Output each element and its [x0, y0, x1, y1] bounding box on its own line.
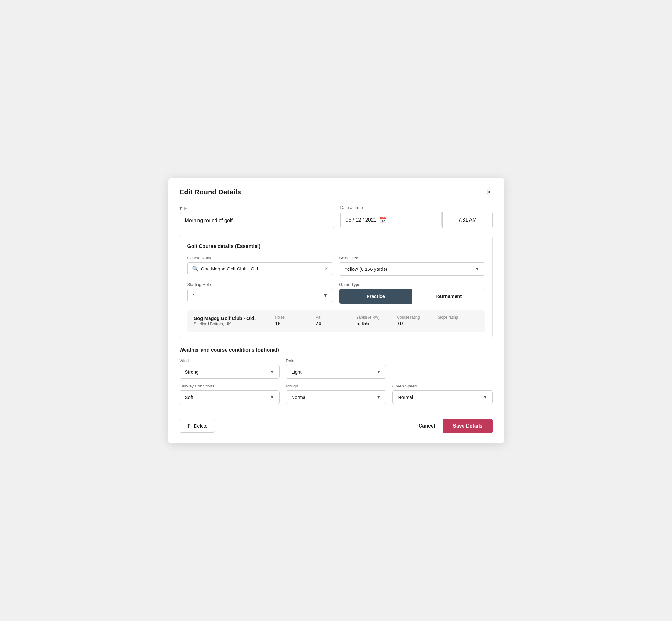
rain-value: Light — [291, 369, 302, 375]
practice-button[interactable]: Practice — [339, 289, 412, 303]
slope-rating-value: - — [438, 321, 439, 327]
chevron-down-icon: ▼ — [483, 395, 488, 400]
course-name-search[interactable]: 🔍 ✕ — [187, 262, 333, 275]
course-info-row: Gog Magog Golf Club - Old, Shelford Bott… — [187, 310, 485, 332]
fairway-dropdown[interactable]: Soft ▼ — [179, 390, 280, 404]
par-value: 70 — [316, 321, 322, 327]
course-location: Shelford Bottom, UK — [194, 322, 275, 326]
game-type-label: Game Type — [339, 282, 485, 287]
modal-footer: 🗑 Delete Cancel Save Details — [179, 413, 493, 433]
title-input[interactable] — [179, 213, 334, 228]
wind-field: Wind Strong ▼ — [179, 359, 280, 379]
wind-label: Wind — [179, 359, 280, 363]
fairway-field: Fairway Conditions Soft ▼ — [179, 384, 280, 404]
slope-rating-label: Slope rating — [438, 315, 458, 320]
weather-section: Weather and course conditions (optional)… — [179, 347, 493, 404]
time-field[interactable]: 7:31 AM — [442, 212, 493, 228]
green-speed-dropdown[interactable]: Normal ▼ — [392, 390, 493, 404]
wind-rain-row: Wind Strong ▼ Rain Light ▼ — [179, 359, 493, 379]
fairway-label: Fairway Conditions — [179, 384, 280, 388]
hole-gametype-row: Starting Hole 1 ▼ Game Type Practice Tou… — [187, 282, 485, 304]
chevron-down-icon: ▼ — [376, 395, 381, 400]
weather-title: Weather and course conditions (optional) — [179, 347, 493, 353]
top-row: Title Date & Time 05 / 12 / 2021 📅 7:31 … — [179, 205, 493, 228]
date-field[interactable]: 05 / 12 / 2021 📅 — [340, 212, 441, 228]
rain-dropdown[interactable]: Light ▼ — [286, 365, 386, 379]
holes-label: Holes — [275, 315, 285, 320]
save-button[interactable]: Save Details — [443, 419, 493, 433]
course-tee-row: Course Name 🔍 ✕ Select Tee Yellow (6,156… — [187, 256, 485, 276]
edit-round-modal: Edit Round Details × Title Date & Time 0… — [168, 178, 504, 443]
holes-value: 18 — [275, 321, 281, 327]
holes-stat: Holes 18 — [275, 315, 316, 327]
wind-dropdown[interactable]: Strong ▼ — [179, 365, 280, 379]
game-type-group: Game Type Practice Tournament — [339, 282, 485, 304]
course-name-input[interactable] — [201, 266, 322, 272]
chevron-down-icon: ▼ — [323, 293, 328, 298]
rough-dropdown[interactable]: Normal ▼ — [286, 390, 386, 404]
delete-label: Delete — [194, 423, 208, 428]
rough-label: Rough — [286, 384, 386, 388]
rain-field: Rain Light ▼ — [286, 359, 386, 379]
green-speed-label: Green Speed — [392, 384, 493, 388]
date-time-field-group: Date & Time 05 / 12 / 2021 📅 7:31 AM — [340, 205, 493, 228]
chevron-down-icon: ▼ — [270, 369, 274, 374]
yards-stat: Yards(Yellow) 6,156 — [356, 315, 397, 327]
date-time-group: 05 / 12 / 2021 📅 7:31 AM — [340, 212, 493, 228]
course-info-name: Gog Magog Golf Club - Old, Shelford Bott… — [194, 316, 275, 326]
chevron-down-icon: ▼ — [376, 369, 381, 374]
starting-hole-value: 1 — [193, 293, 195, 298]
search-icon: 🔍 — [192, 266, 199, 272]
yards-value: 6,156 — [356, 321, 369, 327]
par-label: Par — [316, 315, 322, 320]
title-label: Title — [179, 206, 334, 211]
yards-label: Yards(Yellow) — [356, 315, 380, 320]
game-type-toggle: Practice Tournament — [339, 289, 485, 304]
calendar-icon: 📅 — [380, 216, 386, 223]
footer-right: Cancel Save Details — [419, 419, 493, 433]
green-speed-field: Green Speed Normal ▼ — [392, 384, 493, 404]
course-name-bold: Gog Magog Golf Club - Old, — [194, 316, 275, 321]
clear-icon[interactable]: ✕ — [324, 266, 328, 272]
fairway-value: Soft — [185, 395, 194, 400]
delete-button[interactable]: 🗑 Delete — [179, 419, 215, 432]
chevron-down-icon: ▼ — [475, 266, 479, 272]
tournament-button[interactable]: Tournament — [412, 289, 485, 303]
green-speed-value: Normal — [398, 395, 413, 400]
golf-course-title: Golf Course details (Essential) — [187, 244, 485, 249]
rain-label: Rain — [286, 359, 386, 363]
trash-icon: 🗑 — [187, 423, 192, 428]
rough-field: Rough Normal ▼ — [286, 384, 386, 404]
time-value: 7:31 AM — [458, 217, 477, 223]
course-name-label: Course Name — [187, 256, 333, 260]
date-value: 05 / 12 / 2021 — [346, 217, 377, 223]
fairway-rough-green-row: Fairway Conditions Soft ▼ Rough Normal ▼… — [179, 384, 493, 404]
starting-hole-dropdown[interactable]: 1 ▼ — [187, 289, 333, 302]
wind-value: Strong — [185, 369, 199, 375]
course-rating-label: Course rating — [397, 315, 420, 320]
golf-course-section: Golf Course details (Essential) Course N… — [179, 236, 493, 338]
par-stat: Par 70 — [316, 315, 356, 327]
starting-hole-label: Starting Hole — [187, 282, 333, 287]
modal-title: Edit Round Details — [179, 188, 241, 196]
title-field-group: Title — [179, 206, 334, 228]
starting-hole-group: Starting Hole 1 ▼ — [187, 282, 333, 304]
select-tee-label: Select Tee — [339, 256, 485, 260]
select-tee-dropdown[interactable]: Yellow (6,156 yards) ▼ — [339, 262, 485, 276]
rough-value: Normal — [291, 395, 306, 400]
slope-rating-stat: Slope rating - — [438, 315, 478, 327]
modal-header: Edit Round Details × — [179, 188, 493, 196]
select-tee-group: Select Tee Yellow (6,156 yards) ▼ — [339, 256, 485, 276]
select-tee-value: Yellow (6,156 yards) — [344, 266, 387, 272]
date-time-label: Date & Time — [340, 205, 493, 210]
course-name-group: Course Name 🔍 ✕ — [187, 256, 333, 276]
course-rating-stat: Course rating 70 — [397, 315, 438, 327]
close-button[interactable]: × — [485, 188, 493, 196]
cancel-button[interactable]: Cancel — [419, 423, 435, 429]
course-rating-value: 70 — [397, 321, 403, 327]
chevron-down-icon: ▼ — [270, 395, 274, 400]
